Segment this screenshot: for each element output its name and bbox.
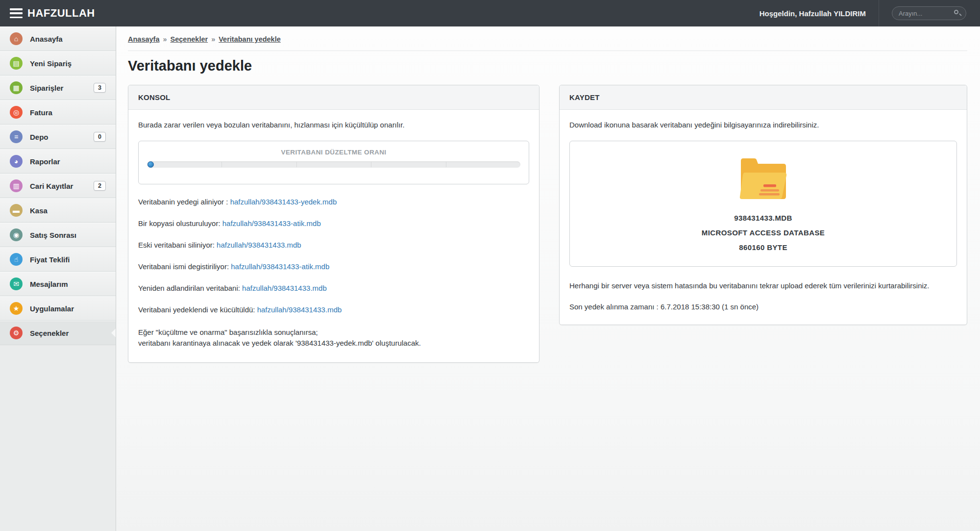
- cash-wallet-icon: ▬: [10, 204, 23, 217]
- file-type: MICROSOFT ACCESS DATABASE: [580, 228, 947, 237]
- messages-icon: ✉: [10, 278, 23, 290]
- konsol-panel-header: KONSOL: [128, 85, 539, 110]
- log-line: Eski veritabani siliniyor: hafzullah/938…: [138, 241, 529, 249]
- menu-icon[interactable]: [10, 8, 23, 18]
- konsol-intro-text: Burada zarar verilen veya bozulan verita…: [138, 121, 529, 129]
- sidebar-item-label: Kasa: [30, 206, 48, 215]
- sidebar-item-label: Yeni Sipariş: [30, 59, 72, 68]
- kaydet-panel: KAYDET Download ikonuna basarak veritaba…: [559, 85, 967, 325]
- sidebar-item-label: Depo: [30, 133, 49, 141]
- breadcrumb-separator: »: [211, 35, 215, 43]
- home-icon: ⌂: [10, 32, 23, 45]
- kaydet-panel-header: KAYDET: [560, 85, 967, 110]
- sidebar-item-label: Mesajlarım: [30, 280, 68, 288]
- log-line: Bir kopyasi olusturuluyor: hafzullah/938…: [138, 219, 529, 228]
- sidebar-item-secenekler[interactable]: ⚙ Seçenekler: [0, 321, 116, 345]
- file-name: 938431433.MDB: [580, 214, 947, 222]
- sidebar-item-cari-kayitlar[interactable]: ▥ Cari Kayıtlar 2: [0, 174, 116, 198]
- backup-file-link[interactable]: hafzullah/938431433-yedek.mdb: [230, 198, 337, 206]
- repair-progress-box: VERITABANI DÜZELTME ORANI: [138, 141, 529, 184]
- breadcrumb: Anasayfa»Seçenekler»Veritabanı yedekle: [128, 35, 967, 43]
- last-backup-time: Son yedek alınma zamanı : 6.7.2018 15:38…: [569, 303, 957, 311]
- count-badge: 0: [94, 132, 106, 142]
- sidebar-item-siparisler[interactable]: ▦ Siparişler 3: [0, 76, 116, 100]
- sidebar-item-fiyat-teklifi[interactable]: ☝ Fiyat Teklifi: [0, 247, 116, 272]
- quarantine-warning: Eğer "küçültme ve onarma" başarısızlıkla…: [138, 327, 529, 349]
- page-title: Veritabanı yedekle: [128, 58, 967, 74]
- konsol-panel: KONSOL Burada zarar verilen veya bozulan…: [128, 85, 539, 363]
- progress-dot: [147, 161, 154, 168]
- sidebar-item-label: Seçenekler: [30, 329, 69, 337]
- reports-pie-icon: ◕: [10, 155, 23, 168]
- options-gear-icon: ⚙: [10, 327, 23, 339]
- sidebar-item-kasa[interactable]: ▬ Kasa: [0, 198, 116, 223]
- sidebar-item-uygulamalar[interactable]: ★ Uygulamalar: [0, 296, 116, 321]
- breadcrumb-link[interactable]: Seçenekler: [171, 35, 208, 43]
- backup-file-link[interactable]: hafzullah/938431433.mdb: [257, 305, 342, 314]
- sidebar-item-label: Anasayfa: [30, 35, 63, 43]
- log-line: Veritabani ismi degistiriliyor: hafzulla…: [138, 262, 529, 271]
- main-content: Anasayfa»Seçenekler»Veritabanı yedekle V…: [117, 26, 980, 531]
- progress-track: [147, 161, 520, 168]
- invoice-icon: ◎: [10, 106, 23, 119]
- greeting-text: Hoşgeldin, Hafzullah YILDIRIM: [760, 9, 866, 18]
- sidebar-item-depo[interactable]: ≡ Depo 0: [0, 125, 116, 149]
- breadcrumb-separator: »: [163, 35, 167, 43]
- accounts-card-icon: ▥: [10, 179, 23, 192]
- file-size: 860160 BYTE: [580, 243, 947, 252]
- count-badge: 2: [94, 181, 106, 191]
- sidebar-item-label: Fiyat Teklifi: [30, 255, 70, 264]
- quote-thumb-icon: ☝: [10, 253, 23, 266]
- folder-download-icon[interactable]: [734, 154, 793, 203]
- sidebar: ⌂ Anasayfa ▤ Yeni Sipariş ▦ Siparişler 3…: [0, 26, 116, 531]
- sidebar-item-fatura[interactable]: ◎ Fatura: [0, 100, 116, 125]
- backup-file-link[interactable]: hafzullah/938431433-atik.mdb: [222, 219, 321, 228]
- breadcrumb-link[interactable]: Anasayfa: [128, 35, 159, 43]
- log-line: Yeniden adlandirilan veritabani: hafzull…: [138, 284, 529, 292]
- new-order-icon: ▤: [10, 57, 23, 70]
- sidebar-item-label: Satış Sonrası: [30, 231, 76, 239]
- log-line: Veritabanin yedegi aliniyor : hafzullah/…: [138, 198, 529, 206]
- breadcrumb-link[interactable]: Veritabanı yedekle: [219, 35, 281, 43]
- warehouse-icon: ≡: [10, 130, 23, 143]
- restore-note: Herhangi bir server veya sistem hatasınd…: [569, 281, 957, 290]
- backup-file-link[interactable]: hafzullah/938431433-atik.mdb: [231, 262, 329, 271]
- backup-file-link[interactable]: hafzullah/938431433.mdb: [217, 241, 301, 249]
- search-area: [879, 0, 966, 26]
- progress-label: VERITABANI DÜZELTME ORANI: [146, 149, 521, 156]
- sidebar-item-label: Cari Kayıtlar: [30, 182, 73, 190]
- after-sales-icon: ◉: [10, 228, 23, 241]
- sidebar-item-label: Raporlar: [30, 157, 60, 166]
- count-badge: 3: [94, 83, 106, 93]
- sidebar-item-label: Uygulamalar: [30, 304, 74, 313]
- apps-icon: ★: [10, 302, 23, 315]
- sidebar-item-yeni-siparis[interactable]: ▤ Yeni Sipariş: [0, 51, 116, 76]
- brand-logo: HAFZULLAH: [27, 7, 95, 20]
- breadcrumb-divider: [128, 51, 967, 51]
- sidebar-item-anasayfa[interactable]: ⌂ Anasayfa: [0, 26, 116, 51]
- log-line: Veritabani yedeklendi ve kücültüldü: haf…: [138, 305, 529, 314]
- sidebar-item-label: Fatura: [30, 108, 52, 117]
- topbar: HAFZULLAH Hoşgeldin, Hafzullah YILDIRIM: [0, 0, 980, 26]
- active-caret-icon: [111, 329, 116, 337]
- backup-file-card: 938431433.MDB MICROSOFT ACCESS DATABASE …: [569, 141, 957, 267]
- search-icon[interactable]: [954, 9, 961, 17]
- sidebar-item-mesajlarim[interactable]: ✉ Mesajlarım: [0, 272, 116, 296]
- orders-cart-icon: ▦: [10, 81, 23, 94]
- sidebar-item-label: Siparişler: [30, 84, 63, 92]
- backup-file-link[interactable]: hafzullah/938431433.mdb: [242, 284, 327, 292]
- sidebar-item-satis-sonrasi[interactable]: ◉ Satış Sonrası: [0, 223, 116, 247]
- sidebar-item-raporlar[interactable]: ◕ Raporlar: [0, 149, 116, 174]
- kaydet-intro-text: Download ikonuna basarak veritabanı yede…: [569, 121, 957, 129]
